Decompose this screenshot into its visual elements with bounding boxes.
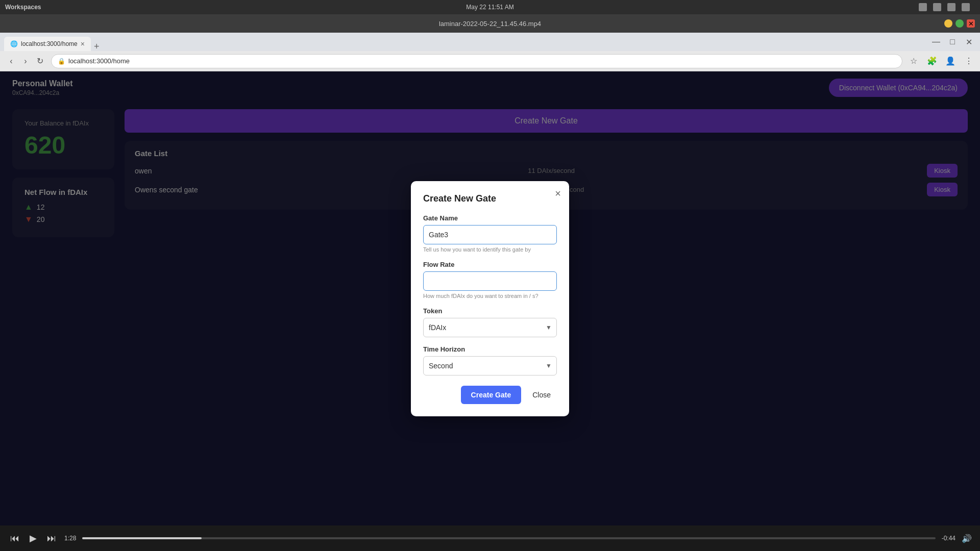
- video-title: laminar-2022-05-22_11.45.46.mp4: [439, 20, 541, 28]
- nav-group: ‹ › ↻: [4, 54, 47, 68]
- os-datetime: May 22 11:51 AM: [466, 4, 513, 11]
- skip-back-button[interactable]: ⏮: [8, 531, 21, 546]
- time-horizon-label: Time Horizon: [423, 345, 557, 353]
- browser-tabbar: 🌐 localhost:3000/home × + — □ ✕: [0, 33, 980, 51]
- lock-icon: 🔒: [58, 58, 65, 65]
- profile-button[interactable]: 👤: [943, 54, 958, 68]
- url-text: localhost:3000/home: [68, 57, 130, 65]
- browser-toolbar: ‹ › ↻ 🔒 localhost:3000/home ☆ 🧩 👤 ⋮: [0, 51, 980, 71]
- flow-rate-group: Flow Rate How much fDAIx do you want to …: [423, 261, 557, 299]
- browser-tab-active[interactable]: 🌐 localhost:3000/home ×: [4, 37, 91, 51]
- gate-name-label: Gate Name: [423, 214, 557, 222]
- new-tab-button[interactable]: +: [91, 42, 103, 51]
- tab-title: localhost:3000/home: [21, 40, 78, 47]
- time-horizon-group: Time Horizon Second Minute Hour Day ▼: [423, 345, 557, 375]
- tab-close-icon[interactable]: ×: [81, 40, 85, 47]
- progress-bar[interactable]: [82, 537, 935, 539]
- flow-rate-label: Flow Rate: [423, 261, 557, 268]
- os-system-icons: [919, 3, 970, 11]
- menu-button[interactable]: ⋮: [962, 54, 976, 68]
- browser-minimize-button[interactable]: —: [929, 35, 943, 49]
- bookmark-button[interactable]: ☆: [906, 54, 921, 68]
- os-icon-2: [933, 3, 941, 11]
- token-group: Token fDAIx DAIx ETHx ▼: [423, 307, 557, 337]
- tab-favicon: 🌐: [10, 40, 18, 47]
- flow-rate-hint: How much fDAIx do you want to stream in …: [423, 293, 557, 299]
- gate-name-group: Gate Name Tell us how you want to identi…: [423, 214, 557, 253]
- token-label: Token: [423, 307, 557, 315]
- create-gate-button[interactable]: Create Gate: [461, 386, 522, 404]
- os-icon-3: [947, 3, 955, 11]
- token-select[interactable]: fDAIx DAIx ETHx: [423, 318, 557, 337]
- app-content: Personal Wallet 0xCA94...204c2a Disconne…: [0, 71, 980, 525]
- forward-button[interactable]: ›: [18, 54, 33, 68]
- token-select-wrapper: fDAIx DAIx ETHx ▼: [423, 318, 557, 337]
- gate-name-hint: Tell us how you want to identify this ga…: [423, 246, 557, 253]
- refresh-button[interactable]: ↻: [33, 54, 47, 68]
- skip-forward-button[interactable]: ⏭: [45, 531, 58, 546]
- create-gate-modal: Create New Gate × Gate Name Tell us how …: [411, 181, 569, 416]
- back-button[interactable]: ‹: [4, 54, 18, 68]
- play-pause-button[interactable]: ▶: [28, 531, 39, 546]
- extensions-button[interactable]: 🧩: [925, 54, 939, 68]
- video-controls: ⏮ ▶ ⏭ 1:28 -0:44 🔊: [0, 525, 980, 551]
- address-bar[interactable]: 🔒 localhost:3000/home: [51, 54, 902, 68]
- browser-close-button[interactable]: ✕: [962, 35, 976, 49]
- os-workspace-label: Workspaces: [5, 4, 41, 11]
- close-window-button[interactable]: ✕: [967, 19, 975, 28]
- video-window: laminar-2022-05-22_11.45.46.mp4 ✕ 🌐 loca…: [0, 14, 980, 551]
- video-window-controls[interactable]: ✕: [944, 19, 975, 28]
- maximize-button[interactable]: [955, 19, 964, 28]
- modal-close-x-button[interactable]: ×: [555, 188, 561, 198]
- volume-icon[interactable]: 🔊: [962, 534, 972, 543]
- time-horizon-select-wrapper: Second Minute Hour Day ▼: [423, 356, 557, 375]
- video-titlebar: laminar-2022-05-22_11.45.46.mp4 ✕: [0, 14, 980, 33]
- os-icon-4: [962, 3, 970, 11]
- browser-window-controls[interactable]: — □ ✕: [929, 33, 980, 51]
- os-icon-1: [919, 3, 927, 11]
- minimize-button[interactable]: [944, 19, 952, 28]
- os-topbar: Workspaces May 22 11:51 AM: [0, 0, 980, 14]
- flow-rate-input[interactable]: [423, 271, 557, 291]
- close-modal-button[interactable]: Close: [526, 386, 557, 404]
- modal-overlay[interactable]: Create New Gate × Gate Name Tell us how …: [0, 71, 980, 525]
- browser-restore-button[interactable]: □: [945, 35, 960, 49]
- modal-title: Create New Gate: [423, 193, 557, 204]
- time-current: 1:28: [64, 535, 76, 542]
- time-horizon-select[interactable]: Second Minute Hour Day: [423, 356, 557, 375]
- progress-bar-fill: [82, 537, 202, 539]
- gate-name-input[interactable]: [423, 225, 557, 244]
- time-remaining: -0:44: [942, 535, 955, 542]
- modal-footer: Create Gate Close: [423, 386, 557, 404]
